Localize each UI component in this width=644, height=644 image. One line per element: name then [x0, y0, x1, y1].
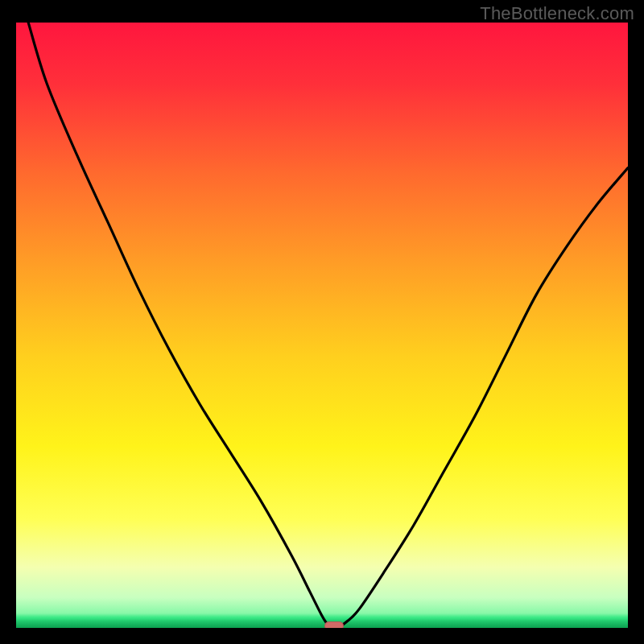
optimum-marker — [324, 621, 344, 628]
watermark-text: TheBottleneck.com — [480, 3, 634, 24]
plot-area — [16, 23, 628, 628]
chart-frame: TheBottleneck.com — [0, 0, 644, 644]
bottleneck-curve — [16, 23, 628, 628]
